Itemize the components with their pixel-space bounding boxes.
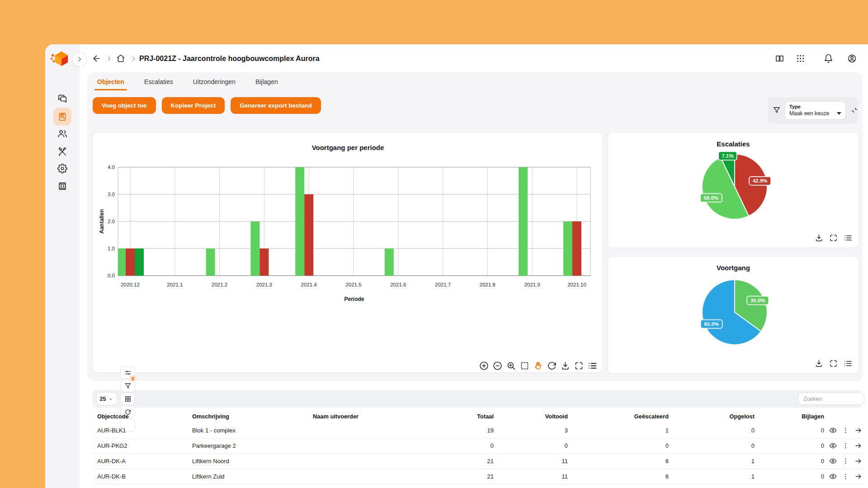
sidebar-item-tools[interactable] bbox=[53, 142, 71, 160]
sidebar-item-chat[interactable] bbox=[53, 89, 71, 108]
sidebar-item-people[interactable] bbox=[53, 125, 71, 143]
chat-icon bbox=[57, 94, 67, 103]
cell-opgelost: 1 bbox=[669, 473, 755, 480]
chart-toolbar bbox=[479, 361, 597, 371]
collapse-panel-icon[interactable] bbox=[851, 107, 858, 114]
cell-opgelost: 0 bbox=[669, 442, 755, 449]
voortgang-pie-chart[interactable]: 35.0%65.0% bbox=[608, 273, 859, 370]
cell-bijlagen: 0 bbox=[755, 473, 824, 480]
kebab-icon[interactable] bbox=[842, 457, 849, 465]
kebab-icon[interactable] bbox=[842, 473, 849, 480]
zoom-box-icon[interactable] bbox=[506, 361, 516, 371]
pan-hand-icon[interactable] bbox=[533, 361, 543, 371]
apps-grid-icon[interactable] bbox=[795, 53, 805, 63]
sidebar-expand-button[interactable] bbox=[72, 52, 87, 66]
page-size-select[interactable]: 25 bbox=[96, 392, 117, 405]
cell-omschrijving: Blok 1 - complex bbox=[192, 427, 313, 434]
bar-chart-title: Voortgang per periode bbox=[93, 144, 603, 151]
people-icon bbox=[57, 129, 67, 139]
escalaties-pie-chart[interactable]: 42.9%50.0%7.1% bbox=[608, 147, 859, 242]
svg-text:2021.10: 2021.10 bbox=[567, 282, 586, 287]
list-icon[interactable] bbox=[588, 361, 597, 371]
cell-code: AUR-BLK1 bbox=[97, 427, 192, 434]
download-icon[interactable] bbox=[815, 234, 823, 242]
list-icon[interactable] bbox=[844, 359, 852, 368]
eye-icon[interactable] bbox=[829, 442, 837, 450]
zoom-out-icon[interactable] bbox=[493, 361, 502, 371]
genereer-export-bestand-button[interactable]: Genereer export bestand bbox=[231, 97, 321, 114]
type-select[interactable]: Type Maak een keuze bbox=[785, 101, 846, 120]
arrow-right-icon[interactable] bbox=[854, 473, 862, 480]
fullscreen-icon[interactable] bbox=[829, 359, 838, 368]
svg-text:2020.12: 2020.12 bbox=[121, 282, 140, 287]
svg-text:65.0%: 65.0% bbox=[704, 321, 719, 327]
table-row[interactable]: AUR-PKG2Parkeergarage 200000 bbox=[93, 438, 863, 454]
cell-bijlagen: 0 bbox=[755, 442, 824, 449]
eye-icon[interactable] bbox=[829, 473, 837, 480]
table-row[interactable]: AUR-DK-ALiftkern Noord2111610 bbox=[93, 454, 863, 469]
tab-bijlagen[interactable]: Bijlagen bbox=[255, 74, 278, 89]
back-arrow-icon[interactable] bbox=[91, 53, 101, 63]
cell-geescaleerd: 1 bbox=[568, 427, 669, 434]
tab-escalaties[interactable]: Escalaties bbox=[144, 74, 173, 89]
tab-objecten[interactable]: Objecten bbox=[97, 74, 124, 89]
reset-icon[interactable] bbox=[547, 361, 557, 371]
tab-bar: ObjectenEscalatiesUitzonderingenBijlagen bbox=[87, 72, 278, 90]
app-logo-icon bbox=[50, 49, 71, 70]
columns-icon[interactable] bbox=[774, 53, 784, 63]
fullscreen-icon[interactable] bbox=[574, 361, 584, 371]
row-actions bbox=[824, 457, 864, 465]
svg-text:1.0: 1.0 bbox=[108, 246, 115, 251]
row-actions bbox=[824, 442, 864, 450]
arrow-right-icon[interactable] bbox=[854, 442, 862, 450]
sidebar-item-gear[interactable] bbox=[53, 160, 71, 178]
fullscreen-icon[interactable] bbox=[829, 234, 838, 242]
search-input[interactable] bbox=[798, 393, 864, 405]
sidebar-item-clipboard-search[interactable] bbox=[53, 108, 71, 126]
svg-text:2021.3: 2021.3 bbox=[256, 282, 272, 287]
kopieer-project-button[interactable]: Kopieer Project bbox=[162, 97, 225, 114]
filter-count-badge: 0 bbox=[129, 375, 137, 382]
eye-icon[interactable] bbox=[829, 427, 837, 434]
cell-totaal: 0 bbox=[448, 442, 494, 449]
kebab-icon[interactable] bbox=[842, 427, 849, 434]
cell-omschrijving: Liftkern Noord bbox=[192, 458, 313, 465]
kebab-icon[interactable] bbox=[842, 442, 849, 450]
list-icon[interactable] bbox=[844, 234, 852, 242]
cell-code: AUR-DK-A bbox=[97, 458, 192, 465]
row-actions bbox=[824, 427, 864, 434]
grid-squares-button[interactable] bbox=[120, 392, 135, 405]
bell-icon[interactable] bbox=[823, 53, 833, 63]
sidebar-item-code-box[interactable] bbox=[53, 177, 71, 195]
pie-title: Voortgang bbox=[608, 264, 859, 272]
home-icon[interactable] bbox=[116, 53, 126, 63]
type-select-label: Type bbox=[789, 104, 841, 109]
chevron-right-icon bbox=[130, 53, 137, 63]
table-row[interactable]: AUR-BLK1Blok 1 - complex193100 bbox=[93, 423, 863, 438]
sidebar bbox=[45, 44, 80, 488]
cell-omschrijving: Liftkern Zuid bbox=[192, 473, 313, 480]
cell-opgelost: 1 bbox=[669, 458, 755, 465]
account-icon[interactable] bbox=[847, 53, 857, 63]
svg-text:2021.5: 2021.5 bbox=[345, 282, 361, 287]
svg-text:50.0%: 50.0% bbox=[704, 195, 719, 201]
table-row[interactable]: AUR-DK-BLiftkern Zuid2111610 bbox=[93, 469, 863, 484]
zoom-in-icon[interactable] bbox=[479, 361, 489, 371]
table-header-row: ObjectcodeOmschrijvingNaam uitvoerderTot… bbox=[93, 409, 863, 423]
cell-voltooid: 0 bbox=[494, 442, 568, 449]
download-icon[interactable] bbox=[561, 361, 570, 371]
arrow-right-icon[interactable] bbox=[854, 457, 862, 465]
download-icon[interactable] bbox=[815, 359, 823, 368]
select-box-icon[interactable] bbox=[520, 361, 529, 371]
tools-icon bbox=[57, 146, 67, 156]
arrow-right-icon[interactable] bbox=[854, 427, 862, 434]
bar-chart[interactable]: 0.01.02.03.04.02020.122021.12021.22021.3… bbox=[93, 160, 603, 372]
svg-text:7.1%: 7.1% bbox=[722, 153, 733, 159]
page-size-value: 25 bbox=[100, 396, 106, 402]
funnel-button[interactable]: 0 bbox=[120, 379, 135, 392]
eye-icon[interactable] bbox=[829, 457, 837, 465]
svg-text:0.0: 0.0 bbox=[108, 273, 115, 278]
voeg-object-toe-button[interactable]: Voeg object toe bbox=[93, 97, 156, 114]
bar-chart-card: Voortgang per periode 0.01.02.03.04.0202… bbox=[93, 132, 603, 373]
tab-uitzonderingen[interactable]: Uitzonderingen bbox=[193, 74, 236, 89]
